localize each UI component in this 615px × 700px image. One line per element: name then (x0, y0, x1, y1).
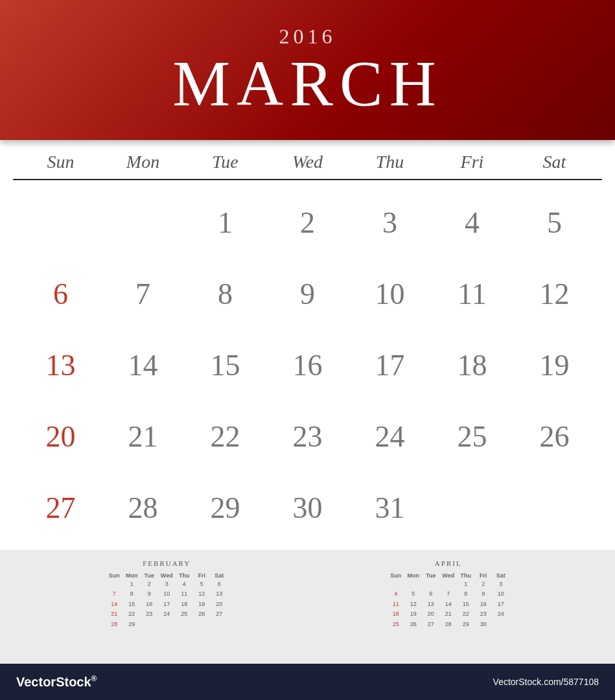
apr-day: 4 (388, 589, 404, 598)
apr-header-mon: Mon (405, 572, 422, 579)
day-cell[interactable]: 16 (266, 329, 349, 401)
day-cell[interactable]: 23 (266, 401, 349, 472)
feb-header-fri: Fri (193, 572, 210, 579)
apr-day (493, 620, 509, 629)
feb-day: 23 (141, 609, 157, 618)
feb-day: 27 (211, 609, 227, 618)
feb-day: 29 (123, 620, 140, 629)
day-cell (102, 187, 184, 258)
feb-day: 4 (176, 579, 192, 589)
month-label: MARCH (172, 51, 443, 116)
apr-day: 2 (475, 579, 492, 589)
feb-day: 11 (176, 589, 192, 598)
calendar-header: 2016 MARCH (0, 0, 615, 140)
day-cell[interactable]: 3 (349, 187, 431, 258)
apr-day: 16 (475, 600, 492, 609)
day-cell[interactable]: 10 (349, 258, 431, 329)
day-cell[interactable]: 22 (184, 401, 266, 472)
feb-header-mon: Mon (123, 572, 140, 579)
day-cell[interactable]: 29 (184, 472, 266, 543)
apr-day: 14 (440, 600, 457, 609)
feb-day: 16 (141, 600, 157, 609)
feb-day: 22 (123, 609, 140, 618)
apr-day: 17 (493, 600, 509, 609)
apr-header-sat: Sat (493, 572, 509, 579)
feb-day (158, 620, 175, 629)
apr-day (423, 579, 439, 589)
day-header-sun: Sun (19, 152, 102, 172)
day-cell[interactable]: 14 (102, 329, 184, 401)
feb-day: 5 (193, 579, 210, 589)
feb-day: 13 (211, 589, 227, 598)
feb-day: 18 (176, 600, 192, 609)
feb-day: 1 (123, 579, 140, 589)
day-cell[interactable]: 5 (513, 187, 596, 258)
apr-header-sun: Sun (388, 572, 404, 579)
day-cell (19, 187, 102, 258)
day-cell[interactable]: 19 (513, 329, 596, 401)
day-cell[interactable]: 15 (184, 329, 266, 401)
apr-day: 20 (423, 609, 439, 618)
day-headers-row: SunMonTueWedThuFriSat (13, 140, 602, 180)
day-cell[interactable]: 9 (266, 258, 349, 329)
day-cell[interactable]: 11 (431, 258, 513, 329)
day-cell (513, 472, 596, 543)
day-header-sat: Sat (513, 152, 596, 172)
feb-header-sun: Sun (106, 572, 122, 579)
day-cell[interactable]: 24 (349, 401, 431, 472)
day-cell[interactable]: 21 (102, 401, 184, 472)
apr-day: 12 (405, 600, 422, 609)
feb-day: 12 (193, 589, 210, 598)
apr-day: 8 (458, 589, 474, 598)
day-cell[interactable]: 30 (266, 472, 349, 543)
day-cell[interactable]: 7 (102, 258, 184, 329)
footer: VectorStock® VectorStock.com/5877108 (0, 664, 615, 700)
day-cell[interactable]: 18 (431, 329, 513, 401)
calendar-page: 2016 MARCH SunMonTueWedThuFriSat 1234567… (0, 0, 615, 700)
day-cell[interactable]: 28 (102, 472, 184, 543)
feb-day (176, 620, 192, 629)
feb-day: 24 (158, 609, 175, 618)
feb-day: 8 (123, 589, 140, 598)
logo-text: VectorStock (16, 675, 91, 689)
day-cell[interactable]: 2 (266, 187, 349, 258)
february-mini-calendar: FEBRUARY SunMonTueWedThuFriSat1234567891… (26, 559, 308, 629)
feb-day: 10 (158, 589, 175, 598)
day-cell[interactable]: 20 (19, 401, 102, 472)
main-calendar: SunMonTueWedThuFriSat 123456789101112131… (0, 140, 615, 550)
day-cell (431, 472, 513, 543)
apr-day (440, 579, 457, 589)
day-cell[interactable]: 25 (431, 401, 513, 472)
calendar-grid: 1234567891011121314151617181920212223242… (13, 180, 602, 550)
apr-header-tue: Tue (423, 572, 439, 579)
apr-day: 22 (458, 609, 474, 618)
day-cell[interactable]: 1 (184, 187, 266, 258)
feb-day: 28 (106, 620, 122, 629)
day-cell[interactable]: 6 (19, 258, 102, 329)
apr-day: 24 (493, 609, 509, 618)
day-cell[interactable]: 12 (513, 258, 596, 329)
apr-day: 5 (405, 589, 422, 598)
vectorstock-logo: VectorStock® (16, 674, 97, 690)
day-cell[interactable]: 8 (184, 258, 266, 329)
day-cell[interactable]: 13 (19, 329, 102, 401)
feb-day: 15 (123, 600, 140, 609)
day-cell[interactable]: 17 (349, 329, 431, 401)
apr-day: 11 (388, 600, 404, 609)
day-cell[interactable]: 4 (431, 187, 513, 258)
day-cell[interactable]: 31 (349, 472, 431, 543)
apr-day: 1 (458, 579, 474, 589)
feb-day: 2 (141, 579, 157, 589)
february-title: FEBRUARY (143, 559, 191, 567)
apr-day (388, 579, 404, 589)
feb-header-tue: Tue (141, 572, 157, 579)
april-grid: SunMonTueWedThuFriSat1234567891011121314… (388, 572, 509, 629)
day-cell[interactable]: 26 (513, 401, 596, 472)
feb-header-wed: Wed (158, 572, 175, 579)
apr-header-fri: Fri (475, 572, 492, 579)
feb-day: 21 (106, 609, 122, 618)
footer-url: VectorStock.com/5877108 (493, 677, 599, 687)
feb-day (106, 579, 122, 589)
day-cell[interactable]: 27 (19, 472, 102, 543)
day-header-fri: Fri (431, 152, 513, 172)
